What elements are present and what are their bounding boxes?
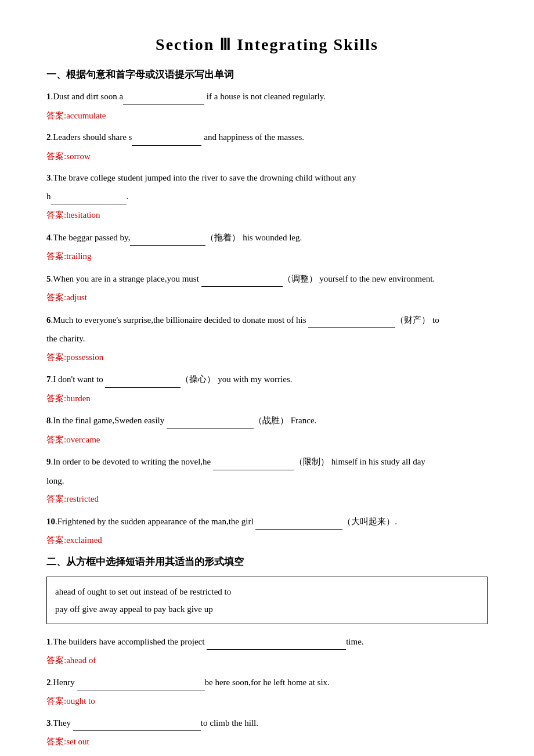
question-9-line2: long.	[46, 474, 488, 489]
q2-number: 2	[46, 132, 51, 142]
s2-q1-number: 1	[46, 637, 51, 646]
answer-1: 答案:accumulate	[46, 109, 488, 124]
answer-2: 答案:sorrow	[46, 149, 488, 164]
question-5: 5.When you are in a strange place,you mu…	[46, 271, 488, 287]
question-3-line2: h .	[46, 189, 488, 205]
q4-number: 4	[46, 233, 51, 242]
box-row1: ahead of ought to set out instead of be …	[55, 583, 479, 600]
question-6-line2: the charity.	[46, 332, 488, 347]
section1-heading: 一、根据句意和首字母或汉语提示写出单词	[46, 68, 488, 81]
page-title: Section Ⅲ Integrating Skills	[46, 35, 488, 54]
answer-5: 答案:adjust	[46, 290, 488, 305]
box-row2: pay off give away appeal to pay back giv…	[55, 600, 479, 618]
s2-question-3: 3.They to climb the hill.	[46, 716, 488, 732]
s2-q3-number: 3	[46, 718, 51, 728]
question-4: 4.The beggar passed by, （拖着） his wounded…	[46, 230, 488, 246]
answer-9: 答案:restricted	[46, 492, 488, 507]
q10-number: 10	[46, 517, 55, 526]
question-10: 10.Frightened by the sudden appearance o…	[46, 514, 488, 530]
question-8: 8.In the final game,Sweden easily （战胜） F…	[46, 413, 488, 429]
answer-8: 答案:overcame	[46, 433, 488, 448]
answer-10: 答案:exclaimed	[46, 533, 488, 548]
q6-number: 6	[46, 315, 51, 325]
question-3: 3.The brave college student jumped into …	[46, 171, 488, 186]
s2-question-1: 1.The builders have accomplished the pro…	[46, 635, 488, 650]
phrase-box: ahead of ought to set out instead of be …	[46, 577, 488, 624]
s2-answer-2: 答案:ought to	[46, 694, 488, 709]
answer-6: 答案:possession	[46, 350, 488, 365]
q1-number: 1	[46, 92, 51, 101]
q7-number: 7	[46, 375, 51, 384]
q9-number: 9	[46, 457, 51, 466]
question-2: 2.Leaders should share s and happiness o…	[46, 130, 488, 146]
q5-number: 5	[46, 274, 51, 283]
question-9: 9.In order to be devoted to writing the …	[46, 454, 488, 470]
answer-3: 答案:hesitation	[46, 208, 488, 223]
question-6: 6.Much to everyone's surprise,the billio…	[46, 312, 488, 329]
question-1: 1.Dust and dirt soon a if a house is not…	[46, 89, 488, 105]
answer-7: 答案:burden	[46, 391, 488, 406]
s2-q2-number: 2	[46, 678, 51, 687]
question-7: 7.I don't want to （操心） you with my worri…	[46, 372, 488, 388]
answer-4: 答案:trailing	[46, 249, 488, 264]
s2-question-2: 2.Henry be here soon,for he left home at…	[46, 675, 488, 691]
s2-answer-3: 答案:set out	[46, 735, 488, 750]
q8-number: 8	[46, 416, 51, 425]
section2-heading: 二、从方框中选择短语并用其适当的形式填空	[46, 555, 488, 568]
s2-answer-1: 答案:ahead of	[46, 653, 488, 668]
q3-number: 3	[46, 173, 51, 182]
